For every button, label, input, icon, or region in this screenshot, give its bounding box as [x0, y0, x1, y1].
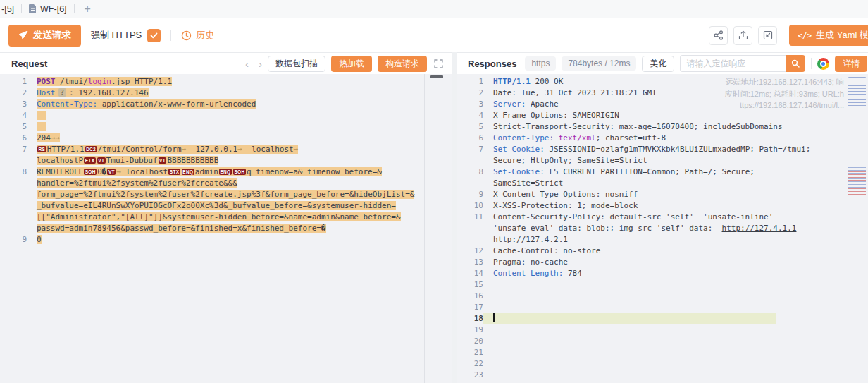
locate-response-search: [680, 55, 805, 72]
code-row: http://127.4.2.1: [457, 234, 868, 245]
line-number: 15: [457, 279, 483, 291]
code-row: 10X-XSS-Protection: 1; mode=block: [457, 200, 868, 212]
toolbar-divider: [783, 30, 783, 41]
code-row: passwd=admin789456&passwd_before=&finish…: [0, 223, 452, 234]
line-number: [457, 234, 483, 245]
response-header-right: 美化 详情: [642, 55, 868, 72]
tab-previous[interactable]: -[5]: [0, 0, 21, 18]
tab-previous-label: -[5]: [1, 4, 14, 14]
line-number: 23: [457, 370, 483, 381]
line-number: 12: [457, 245, 483, 257]
code-line: Server: Apache: [483, 99, 559, 110]
generate-yaml-button[interactable]: </> 生成 Yaml 模板: [789, 25, 868, 46]
code-row: 4X-Frame-Options: SAMEORIGIN: [457, 110, 868, 121]
code-row: 20: [457, 336, 868, 347]
hot-reload-button[interactable]: 热加载: [331, 56, 372, 72]
code-row: handler=%2ftmui%2fsystem%2fuser%2fcreate…: [0, 178, 452, 189]
panel-resize-handle[interactable]: [452, 52, 457, 383]
line-number: 2: [457, 87, 483, 99]
code-row: form_page=%2ftmui%2fsystem%2fuser%2fcrea…: [0, 189, 452, 200]
code-line: [["Administrator","[All]"]]&systemuser-h…: [27, 212, 401, 223]
tab-active-wf6[interactable]: WF-[6]: [22, 0, 74, 18]
line-number: 16: [457, 291, 483, 302]
code-row: [["Administrator","[All]"]]&systemuser-h…: [0, 212, 452, 223]
line-number: 1: [457, 76, 483, 87]
line-number: 9: [0, 234, 27, 245]
code-row: 13Pragma: no-cache: [457, 257, 868, 268]
code-row: 5Strict-Transport-Security: max-age=1607…: [457, 121, 868, 133]
code-row: 11Content-Security-Policy: default-src '…: [457, 212, 868, 223]
line-number: [0, 178, 27, 189]
code-line: X-Content-Type-Options: nosniff: [483, 189, 638, 200]
line-number: [457, 223, 483, 234]
request-panel-header: Request ‹ › 数据包扫描 热加载 构造请求: [0, 53, 452, 74]
control-char-badge: ETX: [84, 157, 96, 164]
line-number: 3: [457, 99, 483, 110]
main-split-view: Request ‹ › 数据包扫描 热加载 构造请求 1POST /tmui/l…: [0, 52, 868, 383]
line-number: 20: [457, 336, 483, 347]
chrome-browser-icon[interactable]: [817, 58, 829, 70]
export-icon: [738, 30, 748, 40]
host-hint-badge: ?: [58, 88, 66, 97]
code-line: 204→→: [27, 133, 60, 144]
line-number: [457, 155, 483, 166]
code-line: RSHTTP/1.1DC2/tmui/Control/form→ 127.0.0…: [27, 144, 298, 155]
code-line: http://127.4.2.1: [483, 234, 568, 245]
request-editor[interactable]: 1POST /tmui/login.jsp HTTP/1.12Host?: 19…: [0, 74, 452, 383]
code-line: Strict-Transport-Security: max-age=16070…: [483, 121, 783, 133]
code-line: 'unsafe-eval' data: blob:; img-src 'self…: [483, 223, 796, 234]
next-request-button[interactable]: ›: [259, 59, 262, 69]
code-row: 19: [457, 324, 868, 336]
packet-scan-button[interactable]: 数据包扫描: [268, 56, 326, 72]
beautify-button[interactable]: 美化: [642, 56, 674, 72]
share-icon: [714, 30, 724, 40]
search-input[interactable]: [680, 55, 786, 72]
line-number: [0, 223, 27, 234]
request-title: Request: [11, 59, 47, 69]
code-row: 4: [0, 110, 452, 121]
export-button[interactable]: [733, 26, 752, 45]
line-number: 5: [0, 121, 27, 133]
add-tab-button[interactable]: +: [75, 3, 101, 16]
code-row: 90: [0, 234, 452, 245]
history-button[interactable]: 历史: [181, 29, 214, 42]
code-line: [483, 347, 493, 358]
line-number: 4: [0, 110, 27, 121]
line-number: 1: [0, 76, 27, 87]
code-row: 7RSHTTP/1.1DC2/tmui/Control/form→ 127.0.…: [0, 144, 452, 155]
force-https-checkbox[interactable]: [147, 29, 161, 42]
response-editor[interactable]: 远端地址:192.168.127.146:443; 响 应时间:12ms; 总耗…: [457, 74, 868, 383]
code-line: localhostPETXVTTmui-DubbufVTBBBBBBBBBBB: [27, 155, 218, 166]
construct-request-button[interactable]: 构造请求: [378, 56, 427, 72]
control-char-badge: VT: [159, 157, 167, 164]
code-row: 6204→→: [0, 133, 452, 144]
code-row: 1POST /tmui/login.jsp HTTP/1.1: [0, 76, 452, 87]
details-button[interactable]: 详情: [835, 56, 867, 72]
line-number: 13: [457, 257, 483, 268]
code-row: localhostPETXVTTmui-DubbufVTBBBBBBBBBBB: [0, 155, 452, 166]
code-line: Set-Cookie: JSESSIONID=ozlafg1mTMVKXkbk4…: [483, 144, 810, 155]
line-number: 17: [457, 302, 483, 313]
share-button[interactable]: [709, 26, 728, 45]
code-row: 16: [457, 291, 868, 302]
toolbar-right-group: </> 生成 Yaml 模板: [709, 25, 860, 46]
toolbar-divider: [170, 30, 171, 41]
code-line: Content-Type: text/xml; charset=utf-8: [483, 133, 666, 144]
edit-insert-button[interactable]: [758, 26, 777, 45]
fullscreen-button[interactable]: [434, 59, 443, 68]
send-request-button[interactable]: 发送请求: [8, 25, 81, 47]
line-number: 2: [0, 87, 27, 99]
document-icon: [29, 4, 37, 13]
clock-icon: [181, 30, 192, 41]
code-line: 0: [27, 234, 42, 245]
code-line: Content-Security-Policy: default-src 'se…: [483, 212, 773, 223]
code-line: [483, 279, 493, 291]
response-panel: Responses https 784bytes / 12ms 美化: [457, 52, 868, 383]
control-char-badge: ENQ: [182, 169, 194, 175]
code-line: SameSite=Strict: [483, 178, 563, 189]
response-panel-header: Responses https 784bytes / 12ms 美化: [457, 53, 868, 74]
code-row: 1HTTP/1.1 200 OK: [457, 76, 868, 87]
prev-request-button[interactable]: ‹: [245, 59, 249, 69]
code-line: HTTP/1.1 200 OK: [483, 76, 563, 87]
search-button[interactable]: [786, 55, 805, 72]
